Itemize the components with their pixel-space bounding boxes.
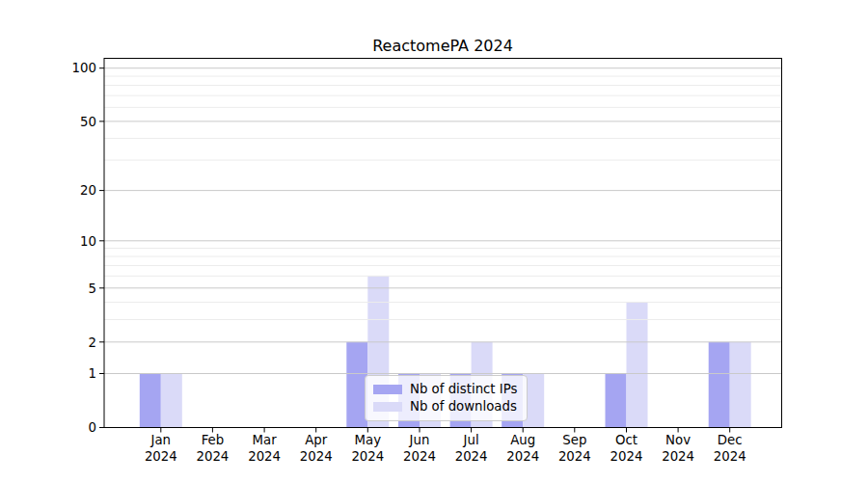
y-axis-group: 0125102050100 (72, 61, 104, 435)
x-tick-label-month: Apr (305, 433, 328, 447)
x-tick-label-month: Sep (562, 433, 586, 447)
x-tick-label-year: 2024 (714, 449, 746, 464)
x-tick-label: Jun2024 (403, 433, 436, 464)
x-tick-label-month: Mar (253, 433, 278, 447)
bar (606, 374, 627, 428)
x-tick-label: Jan2024 (145, 433, 177, 464)
x-tick-label-year: 2024 (248, 449, 281, 464)
x-tick-label: Jul2024 (455, 433, 488, 464)
major-gridlines-group (104, 68, 782, 374)
legend-swatch-distinct-ips (373, 385, 402, 394)
x-tick-label-year: 2024 (610, 449, 643, 464)
download-stats-chart: 0125102050100 Jan2024Feb2024Mar2024Apr20… (0, 0, 868, 482)
x-tick-label: Feb2024 (196, 433, 229, 464)
x-tick-label-month: Aug (510, 433, 535, 447)
x-tick-label: Aug2024 (506, 433, 539, 464)
chart-legend: Nb of distinct IPs Nb of downloads (365, 375, 528, 421)
x-tick-label-year: 2024 (351, 449, 384, 464)
x-tick-label-year: 2024 (558, 449, 591, 464)
x-tick-label-year: 2024 (403, 449, 436, 464)
legend-swatch-downloads (373, 402, 402, 412)
x-axis-group: Jan2024Feb2024Mar2024Apr2024May2024Jun20… (145, 428, 746, 464)
x-tick-label: Mar2024 (248, 433, 281, 464)
x-tick-label: Dec2024 (714, 433, 746, 464)
bar (140, 374, 161, 428)
x-tick-label-month: Jul (463, 433, 479, 447)
x-tick-label: Oct2024 (610, 433, 643, 464)
x-tick-label: Nov2024 (662, 433, 694, 464)
x-tick-label: Sep2024 (558, 433, 591, 464)
plot-frame-group (104, 59, 782, 428)
y-tick-label: 0 (89, 420, 96, 435)
x-tick-label-year: 2024 (455, 449, 488, 464)
bar (709, 342, 730, 428)
y-tick-label: 20 (80, 183, 96, 198)
legend-label-downloads: Nb of downloads (410, 400, 517, 413)
x-tick-label-year: 2024 (300, 449, 333, 464)
y-tick-label: 100 (72, 61, 96, 75)
x-tick-label-year: 2024 (145, 449, 177, 464)
bar (730, 342, 751, 428)
chart-title: ReactomePA 2024 (372, 37, 513, 55)
x-tick-label-month: Oct (615, 433, 637, 447)
legend-label-distinct-ips: Nb of distinct IPs (410, 383, 517, 395)
y-tick-label: 5 (89, 281, 96, 296)
y-tick-label: 50 (80, 115, 96, 129)
x-tick-label-month: Jan (150, 433, 172, 447)
x-tick-label-year: 2024 (662, 449, 694, 464)
plot-frame (104, 59, 782, 428)
bar (627, 303, 648, 428)
x-tick-label-month: Jun (409, 433, 430, 447)
minor-gridlines-group (104, 76, 782, 319)
x-tick-label-year: 2024 (196, 449, 229, 464)
x-tick-label-month: Feb (202, 433, 225, 447)
y-tick-label: 2 (89, 335, 96, 350)
bar (161, 374, 182, 428)
x-tick-label: Apr2024 (300, 433, 333, 464)
x-tick-label-year: 2024 (506, 449, 539, 464)
y-tick-label: 10 (80, 234, 96, 249)
y-tick-label: 1 (89, 366, 96, 381)
x-tick-label-month: May (355, 433, 382, 447)
legend-item-downloads: Nb of downloads (373, 400, 519, 413)
x-tick-label-month: Dec (718, 433, 743, 447)
x-tick-label-month: Nov (665, 433, 691, 447)
x-tick-label: May2024 (351, 433, 384, 464)
legend-item-distinct-ips: Nb of distinct IPs (373, 383, 519, 395)
